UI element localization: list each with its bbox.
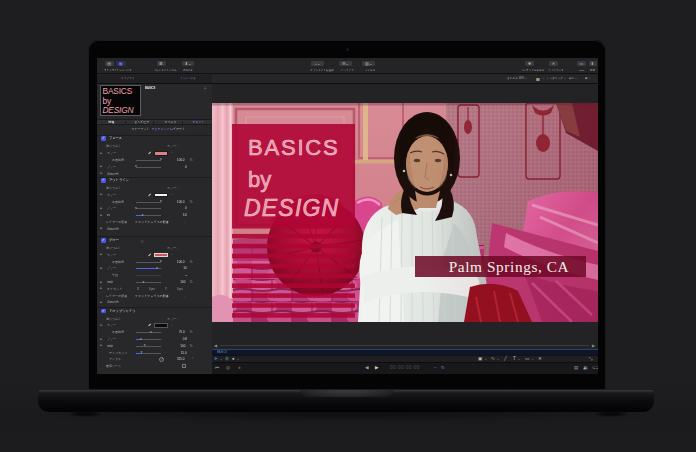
svg-text:Palm Springs, CA: Palm Springs, CA bbox=[449, 258, 570, 275]
svg-text:by: by bbox=[248, 167, 271, 192]
svg-text:BASICS: BASICS bbox=[248, 135, 340, 160]
svg-text:DESIGN: DESIGN bbox=[244, 195, 339, 221]
